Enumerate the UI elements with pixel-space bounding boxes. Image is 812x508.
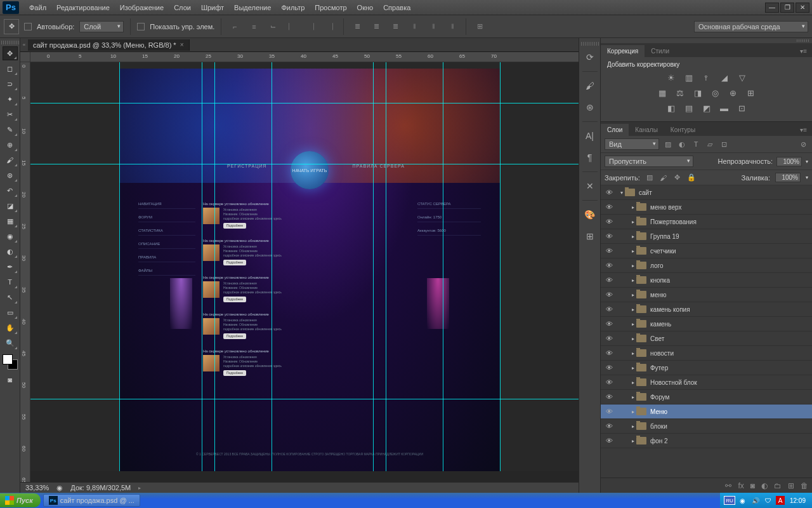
swatches-panel-icon[interactable]: 🎨	[582, 207, 598, 222]
bw-icon[interactable]: ◨	[692, 87, 704, 98]
align-left-icon[interactable]: ⎸	[285, 20, 299, 34]
visibility-icon[interactable]: 👁	[603, 349, 615, 357]
vibrance-icon[interactable]: ▽	[737, 72, 748, 83]
panel-menu-icon[interactable]: ▾≡	[795, 45, 812, 57]
visibility-icon[interactable]: 👁	[603, 189, 615, 196]
visibility-icon[interactable]: 👁	[603, 305, 615, 313]
distribute-vcenter-icon[interactable]: ≣	[369, 20, 383, 34]
start-button[interactable]: Пуск	[0, 493, 41, 507]
guide-vertical[interactable]	[214, 62, 215, 471]
expand-icon[interactable]: ▸	[630, 204, 636, 210]
status-menu-icon[interactable]: ▸	[138, 485, 141, 491]
opacity-input[interactable]: 100%	[776, 157, 802, 166]
expand-icon[interactable]: ▸	[630, 336, 636, 342]
auto-align-icon[interactable]: ⊞	[473, 20, 487, 34]
layer-row[interactable]: 👁 ▸ меню	[601, 288, 812, 302]
guide-vertical[interactable]	[386, 62, 386, 471]
guide-vertical[interactable]	[202, 62, 202, 471]
paragraph-panel-icon[interactable]: ¶	[582, 150, 598, 165]
brush-tool[interactable]: 🖌	[3, 153, 18, 167]
visibility-icon[interactable]: 👁	[603, 291, 615, 298]
menu-window[interactable]: Окно	[352, 1, 379, 14]
layer-row[interactable]: 👁 ▸ камень	[601, 317, 812, 331]
shield-icon[interactable]: 🛡	[763, 495, 773, 505]
lock-all-icon[interactable]: 🔒	[687, 173, 696, 182]
expand-icon[interactable]: ▸	[630, 321, 636, 327]
layer-row[interactable]: 👁 ▸ Пожертвования	[601, 215, 812, 229]
panel-dock-grip[interactable]	[581, 42, 599, 46]
menu-image[interactable]: Изображение	[115, 1, 169, 14]
show-controls-checkbox[interactable]	[137, 23, 145, 30]
history-brush-tool[interactable]: ↶	[3, 184, 18, 197]
color-lookup-icon[interactable]: ⊞	[745, 87, 757, 98]
distribute-right-icon[interactable]: ⫴	[445, 20, 459, 34]
filter-type-icon[interactable]: T	[691, 140, 701, 149]
distribute-bottom-icon[interactable]: ≣	[388, 20, 402, 34]
menu-type[interactable]: Шрифт	[196, 1, 229, 14]
visibility-icon[interactable]: 👁	[603, 276, 615, 284]
expand-icon[interactable]: ▸	[630, 424, 636, 429]
exposure-icon[interactable]: ◢	[719, 72, 730, 83]
canvas[interactable]: 0510152025303540455055606570 05101520253…	[20, 52, 579, 482]
layer-row[interactable]: 👁 ▸ счетчики	[601, 244, 812, 258]
crop-tool[interactable]: ✂	[3, 107, 18, 121]
hue-icon[interactable]: ▦	[657, 87, 668, 98]
autoselect-mode-dropdown[interactable]: Слой	[79, 21, 124, 32]
autoselect-checkbox[interactable]	[24, 23, 32, 30]
new-fill-icon[interactable]: ◐	[761, 481, 768, 490]
document-tab[interactable]: сайт продажа.psd @ 33,3% (Меню, RGB/8) *…	[28, 39, 190, 51]
tab-channels[interactable]: Каналы	[629, 124, 664, 136]
align-top-icon[interactable]: ⌐	[228, 20, 242, 34]
filter-adjustment-icon[interactable]: ◐	[677, 140, 687, 149]
delete-layer-icon[interactable]: 🗑	[801, 481, 808, 490]
shape-tool[interactable]: ▭	[3, 305, 18, 319]
layer-row[interactable]: 👁 ▸ Футер	[601, 361, 812, 375]
expand-icon[interactable]: ▸	[630, 394, 636, 400]
minimize-button[interactable]: —	[765, 3, 779, 13]
distribute-top-icon[interactable]: ≣	[350, 20, 364, 34]
align-vcenter-icon[interactable]: ≡	[247, 20, 261, 34]
visibility-icon[interactable]: 👁	[603, 232, 615, 240]
layer-row[interactable]: 👁 ▸ Свет	[601, 331, 812, 346]
ruler-origin[interactable]	[20, 52, 30, 62]
layer-row[interactable]: 👁 ▾ сайт	[601, 185, 812, 200]
photo-filter-icon[interactable]: ◎	[710, 87, 721, 98]
visibility-icon[interactable]: 👁	[603, 437, 615, 444]
expand-icon[interactable]: ▸	[630, 365, 636, 371]
align-bottom-icon[interactable]: ⌙	[266, 20, 280, 34]
tray-icon[interactable]: ◉	[738, 495, 748, 505]
distribute-hcenter-icon[interactable]: ⫴	[426, 20, 440, 34]
clone-source-panel-icon[interactable]: ⊛	[582, 100, 598, 115]
levels-icon[interactable]: ▥	[683, 72, 695, 83]
guide-horizontal[interactable]	[30, 103, 579, 104]
selective-color-icon[interactable]: ⊡	[737, 102, 748, 114]
marquee-tool[interactable]: ◻	[3, 62, 18, 76]
visibility-icon[interactable]: 👁	[603, 320, 615, 328]
lasso-tool[interactable]: ⊃	[3, 77, 18, 91]
lock-position-icon[interactable]: ✥	[673, 173, 682, 182]
color-panel-icon[interactable]: ⊞	[582, 229, 598, 244]
layers-panel-menu-icon[interactable]: ▾≡	[795, 124, 812, 136]
layer-mask-icon[interactable]: ◙	[750, 481, 755, 490]
lock-pixels-icon[interactable]: 🖌	[659, 173, 668, 182]
expand-icon[interactable]: ▸	[630, 277, 636, 283]
layer-row[interactable]: 👁 ▸ Форум	[601, 390, 812, 404]
visibility-icon[interactable]: 👁	[603, 335, 615, 342]
type-tool[interactable]: T	[3, 275, 18, 289]
status-preview-icon[interactable]: ◉	[56, 484, 63, 492]
adobe-tray-icon[interactable]: A	[776, 496, 785, 505]
dodge-tool[interactable]: ◐	[3, 244, 18, 258]
guide-vertical[interactable]	[272, 62, 272, 471]
menu-file[interactable]: Файл	[24, 1, 51, 14]
zoom-level[interactable]: 33,33%	[25, 484, 49, 491]
zoom-tool[interactable]: 🔍	[3, 336, 18, 350]
invert-icon[interactable]: ◧	[665, 102, 677, 114]
healing-tool[interactable]: ⊕	[3, 138, 18, 152]
expand-icon[interactable]: ▸	[630, 438, 636, 444]
lock-transparency-icon[interactable]: ▨	[645, 173, 654, 182]
fill-input[interactable]: 100%	[775, 173, 801, 182]
ruler-horizontal[interactable]: 0510152025303540455055606570	[30, 52, 579, 62]
layer-row[interactable]: 👁 ▸ кнопка	[601, 273, 812, 288]
expand-icon[interactable]: ▸	[630, 248, 636, 254]
close-tab-icon[interactable]: ×	[180, 41, 184, 48]
